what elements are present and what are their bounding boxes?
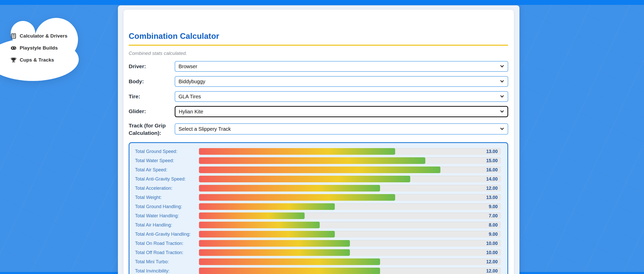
tire-label: Tire: [129,91,140,102]
stat-row: Total Off Road Traction: 10.00 [135,248,501,257]
stats-panel: Total Ground Speed: 13.00 Total Water Sp… [129,142,508,274]
track-select[interactable]: Select a Slippery Track [175,123,508,135]
stat-row: Total Air Speed: 16.00 [135,165,501,174]
stat-bar-fill [199,249,350,256]
stat-bar-fill [199,157,425,164]
stat-bar-track: 10.00 [199,249,501,256]
stat-bar-fill [199,166,440,173]
tire-select[interactable]: GLA Tires [175,91,508,102]
stat-label: Total Anti-Gravity Speed: [135,174,199,184]
sidebar-item-cups-tracks[interactable]: Cups & Tracks [11,54,72,66]
status-text: Combined stats calculated. [129,51,187,56]
stat-label: Total Water Handling: [135,211,199,220]
stat-value: 16.00 [486,166,498,173]
body-select-wrap: Biddybuggy [175,76,508,87]
stat-row: Total Mini Turbo: 12.00 [135,257,501,266]
stat-bar-track: 12.00 [199,185,501,192]
gamepad-icon [11,45,16,51]
stat-row: Total Air Handling: 8.00 [135,220,501,230]
stat-label: Total Ground Speed: [135,147,199,156]
stat-bar-track: 12.00 [199,258,501,265]
track-select-wrap: Select a Slippery Track [175,123,508,135]
stat-row: Total Ground Speed: 13.00 [135,147,501,156]
stat-bar-track: 16.00 [199,166,501,173]
stat-label: Total Water Speed: [135,156,199,165]
stat-value: 10.00 [486,249,498,256]
stat-label: Total Off Road Traction: [135,248,199,257]
stat-row: Total Invincibility: 12.00 [135,266,501,274]
glider-select[interactable]: Hylian Kite [175,106,508,117]
stat-bar-track: 9.00 [199,231,501,237]
stat-bar-fill [199,185,380,192]
stat-bar-fill [199,231,335,237]
sidebar-item-label: Calculator & Drivers [20,33,68,39]
stat-value: 12.00 [486,185,498,192]
trophy-icon [11,57,16,63]
stat-row: Total Water Speed: 15.00 [135,156,501,165]
stat-value: 13.00 [486,194,498,201]
sidebar-item-label: Cups & Tracks [20,57,54,63]
stat-value: 14.00 [486,176,498,182]
stat-bar-fill [199,212,305,219]
stat-row: Total Anti-Gravity Speed: 14.00 [135,174,501,184]
stat-bar-fill [199,258,380,265]
stats-list: Total Ground Speed: 13.00 Total Water Sp… [135,147,501,274]
stat-label: Total Air Handling: [135,220,199,230]
calculator-card: Combination Calculator Combined stats ca… [124,10,514,274]
top-accent-bar [0,0,644,5]
stat-bar-track: 13.00 [199,194,501,201]
stat-value: 15.00 [486,157,498,164]
stat-label: Total Acceleration: [135,184,199,193]
calculator-icon [11,33,16,39]
stat-value: 12.00 [486,268,498,274]
glider-label: Glider: [129,106,146,117]
stat-row: Total Ground Handling: 9.00 [135,202,501,211]
track-label: Track (for Grip Calculation): [129,122,175,137]
stat-row: Total Anti-Gravity Handling: 9.00 [135,230,501,239]
stat-value: 7.00 [489,212,498,219]
sidebar-item-playstyle-builds[interactable]: Playstyle Builds [11,42,72,54]
body-label: Body: [129,76,144,87]
driver-label: Driver: [129,61,146,72]
stat-label: Total Invincibility: [135,266,199,274]
sidebar-item-calculator-drivers[interactable]: Calculator & Drivers [11,30,72,42]
stat-label: Total Air Speed: [135,165,199,174]
main-panel: Combination Calculator Combined stats ca… [118,5,519,274]
stat-value: 12.00 [486,258,498,265]
stat-bar-track: 15.00 [199,157,501,164]
stat-row: Total Weight: 13.00 [135,193,501,202]
driver-select[interactable]: Browser [175,61,508,72]
stat-row: Total Acceleration: 12.00 [135,184,501,193]
stat-bar-track: 8.00 [199,222,501,228]
stat-bar-fill [199,203,335,210]
stat-label: Total On Road Traction: [135,239,199,248]
stat-value: 9.00 [489,231,498,237]
glider-select-wrap: Hylian Kite [175,106,508,117]
stat-bar-fill [199,194,395,201]
body-select[interactable]: Biddybuggy [175,76,508,87]
stat-value: 10.00 [486,240,498,247]
stat-row: Total On Road Traction: 10.00 [135,239,501,248]
title-underline [129,45,508,46]
stat-bar-track: 10.00 [199,240,501,247]
stat-bar-fill [199,268,380,274]
page-title: Combination Calculator [129,32,219,41]
stat-bar-track: 14.00 [199,176,501,182]
stat-label: Total Mini Turbo: [135,257,199,266]
tire-select-wrap: GLA Tires [175,91,508,102]
stat-bar-fill [199,148,395,155]
stat-value: 13.00 [486,148,498,155]
stat-bar-fill [199,240,350,247]
driver-select-wrap: Browser [175,61,508,72]
stat-bar-fill [199,222,320,228]
stat-label: Total Ground Handling: [135,202,199,211]
stat-bar-fill [199,176,410,182]
stat-bar-track: 9.00 [199,203,501,210]
stat-label: Total Weight: [135,193,199,202]
stat-bar-track: 7.00 [199,212,501,219]
sidebar-item-label: Playstyle Builds [20,45,58,51]
sidebar-nav: Calculator & Drivers Playstyle Builds Cu… [11,30,72,66]
stat-row: Total Water Handling: 7.00 [135,211,501,220]
stat-bar-track: 12.00 [199,268,501,274]
stat-value: 8.00 [489,222,498,228]
